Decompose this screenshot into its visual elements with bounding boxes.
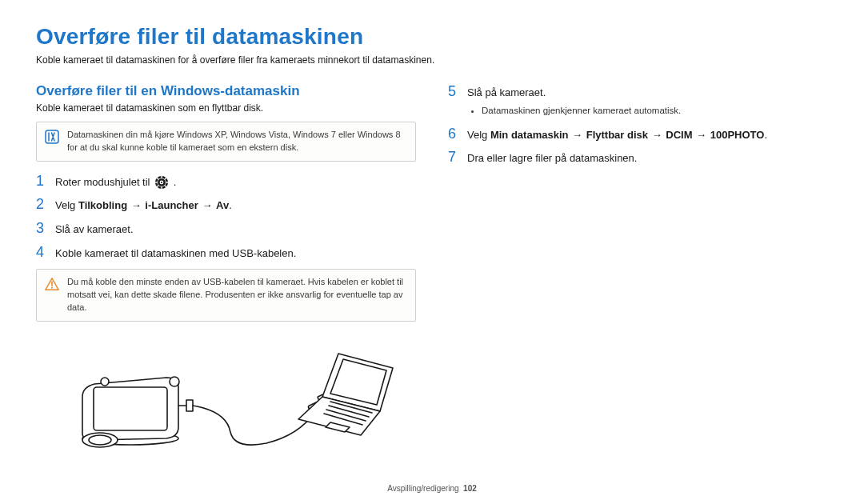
steps-left: 1 Roter modushjulet til xyxy=(36,173,416,261)
svg-point-17 xyxy=(101,378,109,386)
warning-box: Du må koble den minste enden av USB-kabe… xyxy=(36,269,416,322)
step-5-sublist: Datamaskinen gjenkjenner kameraet automa… xyxy=(467,104,681,118)
step-6-prefix: Velg xyxy=(467,129,490,141)
svg-line-8 xyxy=(165,186,166,187)
step-body: Koble kameraet til datamaskinen med USB-… xyxy=(55,244,296,262)
step-number: 5 xyxy=(448,83,459,101)
page-footer: Avspilling/redigering 102 xyxy=(0,484,864,493)
arrow-icon: → xyxy=(571,129,583,141)
step-number: 6 xyxy=(448,126,459,143)
step-6-b3: DCIM xyxy=(666,129,692,141)
step-body: Velg Min datamaskin → Flyttbar disk → DC… xyxy=(467,126,767,143)
step-6-b2: Flyttbar disk xyxy=(586,129,648,141)
warning-icon xyxy=(45,277,59,291)
steps-right: 5 Slå på kameraet. Datamaskinen gjenkjen… xyxy=(448,83,828,166)
subheading-windows: Overføre filer til en Windows-datamaskin xyxy=(36,83,416,99)
mode-dial-icon xyxy=(154,175,169,190)
step-7: 7 Dra eller lagre filer på datamaskinen. xyxy=(448,149,828,166)
step-2-dot: . xyxy=(229,199,232,211)
step-2-b2: i-Launcher xyxy=(145,199,198,211)
step-body: Velg Tilkobling → i-Launcher → Av. xyxy=(55,196,232,214)
page-title: Overføre filer til datamaskinen xyxy=(36,24,828,50)
warning-text: Du må koble den minste enden av USB-kabe… xyxy=(67,276,407,314)
step-2-prefix: Velg xyxy=(55,199,78,211)
footer-page-number: 102 xyxy=(463,484,477,493)
svg-line-7 xyxy=(158,178,158,179)
step-body: Roter modushjulet til xyxy=(55,173,176,190)
arrow-icon: → xyxy=(130,199,142,211)
step-5-bullet: Datamaskinen gjenkjenner kameraet automa… xyxy=(482,104,681,118)
svg-line-10 xyxy=(165,178,166,179)
step-6-b4: 100PHOTO xyxy=(710,129,765,141)
right-column: 5 Slå på kameraet. Datamaskinen gjenkjen… xyxy=(448,83,828,458)
step-number: 3 xyxy=(36,220,47,238)
step-6-dot: . xyxy=(764,129,767,141)
subintro-windows: Koble kameraet til datamaskinen som en f… xyxy=(36,102,416,114)
step-1-text-suffix: . xyxy=(174,176,177,188)
step-body: Slå på kameraet. Datamaskinen gjenkjenne… xyxy=(467,83,681,119)
note-box: Datamaskinen din må kjøre Windows XP, Wi… xyxy=(36,122,416,162)
step-1-text-prefix: Roter modushjulet til xyxy=(55,176,153,188)
page-intro: Koble kameraet til datamaskinen for å ov… xyxy=(36,54,828,66)
arrow-icon: → xyxy=(695,129,707,141)
step-number: 1 xyxy=(36,173,47,190)
step-body: Dra eller lagre filer på datamaskinen. xyxy=(467,149,637,166)
footer-section: Avspilling/redigering xyxy=(387,484,458,493)
svg-point-12 xyxy=(161,182,162,183)
usb-illustration xyxy=(36,338,416,458)
step-number: 2 xyxy=(36,196,47,214)
left-column: Overføre filer til en Windows-datamaskin… xyxy=(36,83,416,458)
note-text: Datamaskinen din må kjøre Windows XP, Wi… xyxy=(67,129,407,154)
page: Overføre filer til datamaskinen Koble ka… xyxy=(0,0,864,504)
step-5-text: Slå på kameraet. xyxy=(467,86,546,98)
svg-rect-16 xyxy=(94,387,167,430)
content-columns: Overføre filer til en Windows-datamaskin… xyxy=(36,83,828,458)
step-3: 3 Slå av kameraet. xyxy=(36,220,416,238)
step-number: 7 xyxy=(448,149,459,166)
step-6: 6 Velg Min datamaskin → Flyttbar disk → … xyxy=(448,126,828,143)
step-6-b1: Min datamaskin xyxy=(490,129,569,141)
step-2: 2 Velg Tilkobling → i-Launcher → Av. xyxy=(36,196,416,214)
arrow-icon: → xyxy=(651,129,663,141)
svg-rect-0 xyxy=(46,130,58,143)
svg-point-18 xyxy=(170,377,179,386)
step-number: 4 xyxy=(36,244,47,262)
step-5: 5 Slå på kameraet. Datamaskinen gjenkjen… xyxy=(448,83,828,119)
svg-line-9 xyxy=(158,186,158,187)
note-icon xyxy=(45,130,59,144)
step-4: 4 Koble kameraet til datamaskinen med US… xyxy=(36,244,416,262)
svg-point-20 xyxy=(89,435,111,445)
step-1: 1 Roter modushjulet til xyxy=(36,173,416,190)
svg-point-14 xyxy=(51,287,53,289)
step-2-b1: Tilkobling xyxy=(78,199,127,211)
arrow-icon: → xyxy=(201,199,213,211)
step-body: Slå av kameraet. xyxy=(55,220,134,238)
step-2-b3: Av xyxy=(216,199,229,211)
